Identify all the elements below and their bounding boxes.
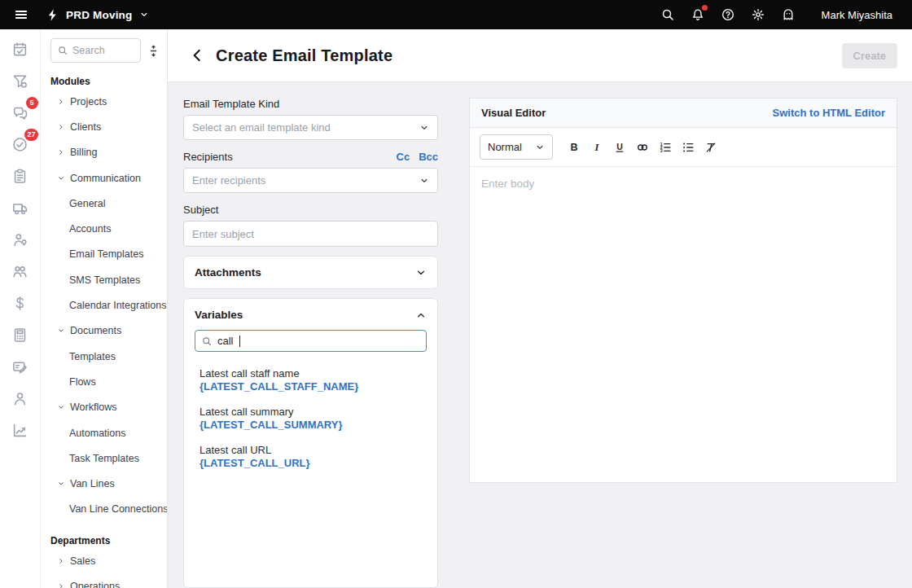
sidebar-item-label: Calendar Integrations	[69, 300, 167, 311]
editor-title: Visual Editor	[481, 107, 546, 119]
sidebar-item-communication[interactable]: Communication	[50, 165, 167, 191]
sidebar-item-clients[interactable]: Clients	[50, 114, 167, 139]
gear-icon	[752, 8, 765, 21]
card-edit-rail-button[interactable]	[11, 357, 30, 376]
notification-dot	[702, 5, 708, 11]
org-switcher[interactable]: PRD Moving	[46, 8, 149, 22]
subject-input[interactable]	[183, 221, 438, 247]
sidebar-item-label: Operations	[70, 581, 120, 588]
editor-toolbar: Normal BIU123	[470, 128, 897, 167]
link-icon	[636, 141, 649, 154]
bcc-link[interactable]: Bcc	[419, 151, 438, 163]
search-button[interactable]	[660, 7, 676, 23]
sidebar-item-van-lines[interactable]: Van Lines	[50, 471, 167, 496]
dollar-icon	[12, 296, 28, 311]
sidebar-search-input[interactable]	[72, 45, 134, 56]
sidebar-item-van-line-connections[interactable]: Van Line Connections	[50, 497, 167, 522]
visual-editor-panel: Visual Editor Switch to HTML Editor Norm…	[469, 98, 897, 483]
chevron-right-icon	[57, 557, 65, 565]
cc-link[interactable]: Cc	[397, 151, 410, 163]
sidebar-item-templates[interactable]: Templates	[50, 344, 167, 369]
person-pin-icon	[12, 232, 28, 248]
help-button[interactable]	[720, 7, 736, 23]
back-button[interactable]	[189, 47, 205, 64]
block-format-select[interactable]: Normal	[480, 134, 553, 160]
italic-icon: I	[590, 141, 603, 154]
variable-token: {LATEST_CALL_SUMMARY}	[200, 419, 427, 431]
people-icon	[12, 264, 28, 279]
chevron-down-icon	[57, 480, 65, 488]
variables-card: Variables call Latest call staff name{LA…	[183, 298, 438, 588]
bell-button[interactable]	[690, 7, 706, 23]
sidebar-item-projects[interactable]: Projects	[50, 89, 167, 114]
ordered-list-icon: 123	[659, 141, 672, 154]
variable-item-latest-call-staff-name[interactable]: Latest call staff name{LATEST_CALL_STAFF…	[200, 367, 427, 393]
sidebar-item-sales[interactable]: Sales	[50, 548, 167, 573]
sidebar-section-modules: Modules	[50, 74, 167, 89]
editor-header: Visual Editor Switch to HTML Editor	[470, 99, 897, 128]
truck-rail-button[interactable]	[11, 198, 30, 217]
people-rail-button[interactable]	[11, 261, 30, 281]
template-kind-select[interactable]: Select an email template kind	[183, 115, 438, 140]
hamburger-icon[interactable]	[13, 7, 29, 23]
user-name[interactable]: Mark Miyashita	[822, 9, 892, 21]
recipients-select[interactable]: Enter recipients	[183, 168, 438, 193]
sidebar-item-label: Projects	[70, 96, 107, 108]
variable-item-latest-call-summary[interactable]: Latest call summary{LATEST_CALL_SUMMARY}	[200, 406, 427, 431]
sidebar-item-task-templates[interactable]: Task Templates	[50, 445, 167, 471]
link-button[interactable]	[633, 137, 651, 158]
search-icon	[202, 336, 212, 346]
sidebar-item-documents[interactable]: Documents	[50, 318, 167, 344]
sidebar-item-sms-templates[interactable]: SMS Templates	[50, 267, 167, 292]
unordered-list-button[interactable]	[678, 137, 697, 158]
gear-button[interactable]	[750, 7, 766, 23]
sidebar-item-label: Automations	[69, 428, 125, 439]
ghost-button[interactable]	[780, 7, 796, 23]
ordered-list-button[interactable]: 123	[656, 137, 674, 158]
person-pin-rail-button[interactable]	[11, 230, 30, 249]
variable-name: Latest call staff name	[200, 367, 427, 380]
chat-rail-button[interactable]: 5	[11, 103, 30, 122]
user-rail-button[interactable]	[11, 388, 30, 408]
chevron-down-icon	[139, 10, 149, 20]
clipboard-rail-button[interactable]	[11, 166, 30, 186]
sidebar-item-operations[interactable]: Operations	[50, 573, 167, 588]
check-circle-rail-button[interactable]: 27	[11, 134, 30, 154]
lightning-icon	[46, 8, 59, 22]
chart-rail-button[interactable]	[11, 420, 30, 440]
sidebar-item-email-templates[interactable]: Email Templates	[50, 242, 167, 267]
sidebar-item-accounts[interactable]: Accounts	[50, 216, 167, 241]
underline-button[interactable]: U	[610, 137, 629, 158]
sidebar-item-workflows[interactable]: Workflows	[50, 395, 167, 420]
variable-item-latest-call-url[interactable]: Latest call URL{LATEST_CALL_URL}	[200, 444, 427, 469]
editor-body[interactable]: Enter body	[470, 167, 897, 482]
icon-rail: 527	[0, 29, 41, 588]
dollar-rail-button[interactable]	[11, 293, 30, 313]
switch-to-html-editor-link[interactable]: Switch to HTML Editor	[773, 107, 885, 119]
sidebar-item-label: Accounts	[69, 223, 111, 235]
bold-button[interactable]: B	[564, 137, 583, 158]
chevron-right-icon	[57, 148, 65, 156]
clear-format-button[interactable]	[701, 137, 720, 158]
calendar-check-rail-button[interactable]	[11, 39, 30, 59]
count-badge: 5	[26, 97, 38, 109]
sidebar-item-label: Flows	[69, 376, 96, 388]
italic-button[interactable]: I	[587, 137, 606, 158]
create-button[interactable]: Create	[842, 43, 897, 68]
calculator-rail-button[interactable]	[11, 325, 30, 344]
card-edit-icon	[12, 359, 28, 375]
variables-search-input[interactable]: call	[195, 330, 427, 352]
funnel-rail-button[interactable]	[11, 71, 30, 90]
sidebar-item-flows[interactable]: Flows	[50, 369, 167, 394]
sidebar-item-automations[interactable]: Automations	[50, 420, 167, 445]
sidebar-item-general[interactable]: General	[50, 191, 167, 216]
collapse-all-button[interactable]	[147, 44, 160, 57]
bell-icon	[691, 8, 704, 21]
variables-toggle[interactable]: Variables	[195, 309, 427, 321]
attachments-toggle[interactable]: Attachments	[195, 266, 427, 279]
top-bar: PRD Moving Mark Miyashita	[0, 0, 912, 29]
sidebar-item-billing[interactable]: Billing	[50, 140, 167, 165]
sidebar-item-label: Task Templates	[69, 453, 139, 464]
sidebar-item-calendar-integrations[interactable]: Calendar Integrations	[50, 292, 167, 318]
clear-format-icon	[704, 141, 717, 154]
